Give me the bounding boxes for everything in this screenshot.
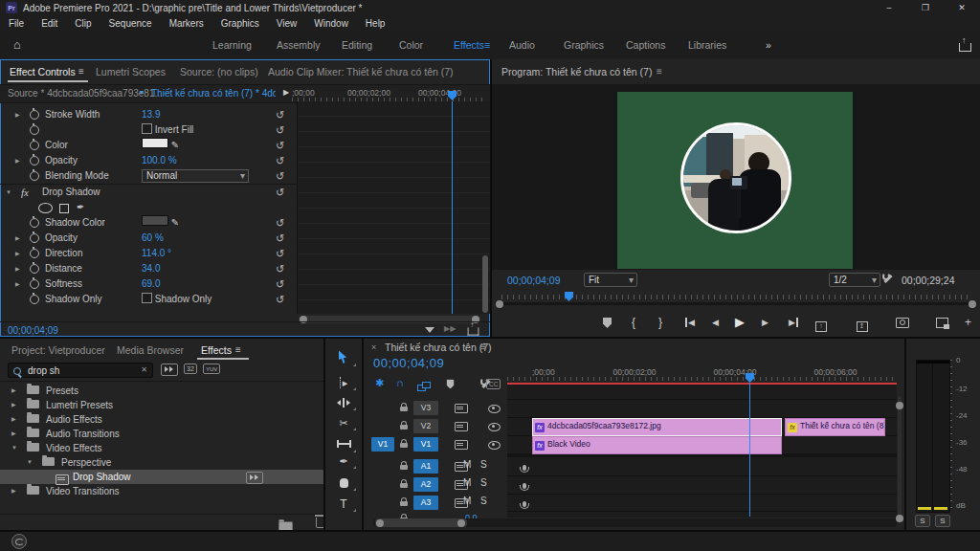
program-playhead[interactable] xyxy=(565,292,573,301)
lock-icon[interactable] xyxy=(400,407,408,411)
stopwatch-icon[interactable] xyxy=(30,171,39,181)
timeline-ruler[interactable]: ;00;00 00;00;02;00 00;00;04;00 00;00;06;… xyxy=(507,365,897,383)
program-scrubber[interactable] xyxy=(492,291,980,310)
color-swatch[interactable] xyxy=(142,138,168,148)
mark-in-icon[interactable]: { xyxy=(632,316,635,329)
close-sequence-icon[interactable]: × xyxy=(371,342,376,352)
stopwatch-icon[interactable] xyxy=(30,279,39,289)
program-panel-title[interactable]: Program: Thiết kế chưa có tên (7) xyxy=(501,66,652,77)
workspace-tab-graphics[interactable]: Graphics xyxy=(564,31,604,59)
sequence-tab-label[interactable]: Thiết kế chưa có tên (7) xyxy=(385,342,492,353)
reset-icon[interactable]: ↺ xyxy=(276,122,284,138)
track-badge-v1[interactable]: V1 xyxy=(413,437,438,452)
playback-resolution-dropdown[interactable]: 1/2 ▾ xyxy=(829,273,880,287)
go-to-in-icon[interactable]: ◀ xyxy=(685,318,695,327)
stopwatch-icon[interactable] xyxy=(30,218,39,228)
solo-left-button[interactable]: S xyxy=(915,515,930,527)
lock-icon[interactable] xyxy=(400,501,408,506)
home-icon[interactable]: ⌂ xyxy=(13,31,21,59)
menu-view[interactable]: View xyxy=(268,18,306,29)
scrubber-handle-left[interactable] xyxy=(496,300,503,308)
chevron-right-icon[interactable]: ▶ xyxy=(11,398,16,412)
track-badge-a3[interactable]: A3 xyxy=(413,496,438,510)
32bit-filter-icon[interactable]: 32 xyxy=(184,364,197,374)
voiceover-record-icon[interactable] xyxy=(523,483,526,489)
solo-right-button[interactable]: S xyxy=(935,515,950,527)
timeline-current-timecode[interactable]: 00;00;04;09 xyxy=(373,356,444,370)
property-value[interactable]: 60 % xyxy=(142,231,164,246)
minimize-button[interactable]: – xyxy=(871,0,907,15)
tree-item-lumetri-presets[interactable]: ▶ Lumetri Presets xyxy=(0,398,323,412)
stopwatch-icon[interactable] xyxy=(30,125,39,135)
voiceover-record-icon[interactable] xyxy=(523,501,526,507)
chevron-right-icon[interactable]: ▶ xyxy=(11,484,16,498)
linked-selection-icon[interactable] xyxy=(417,382,430,391)
stopwatch-icon[interactable] xyxy=(30,156,39,165)
chevron-down-icon[interactable]: ▼ xyxy=(11,441,17,455)
new-bin-icon[interactable] xyxy=(278,522,292,530)
workspace-tab-color[interactable]: Color xyxy=(399,31,423,59)
reset-icon[interactable]: ↺ xyxy=(276,276,284,292)
stopwatch-icon[interactable] xyxy=(30,295,39,304)
chevron-down-icon[interactable]: ▼ xyxy=(27,455,33,470)
toggle-track-output-icon[interactable] xyxy=(488,441,501,450)
settings-wrench-icon[interactable] xyxy=(882,273,894,284)
tree-item-video-transitions[interactable]: ▶ Video Transitions xyxy=(0,484,323,498)
workspace-tab-editing[interactable]: Editing xyxy=(342,31,372,59)
panel-menu-icon[interactable]: ≡ xyxy=(78,66,84,77)
tab-effects[interactable]: Effects xyxy=(201,344,232,356)
chevron-right-icon[interactable]: ▶ xyxy=(15,261,20,276)
workspace-tab-effects[interactable]: Effects xyxy=(454,31,484,59)
chevron-right-icon[interactable]: ▶ xyxy=(15,107,20,122)
eyedropper-icon[interactable]: ✎ xyxy=(171,217,179,228)
ec-vertical-scrollbar[interactable] xyxy=(482,255,488,313)
track-badge-v2[interactable]: V2 xyxy=(413,419,438,433)
selection-tool[interactable] xyxy=(325,350,362,365)
stopwatch-icon[interactable] xyxy=(30,110,39,120)
menu-graphics[interactable]: Graphics xyxy=(212,18,268,29)
lock-icon[interactable] xyxy=(400,465,408,470)
step-forward-icon[interactable]: ▶ xyxy=(762,318,768,327)
lock-icon[interactable] xyxy=(400,483,408,488)
solo-track-button[interactable]: S xyxy=(480,477,487,488)
captions-visibility-icon[interactable]: CC xyxy=(486,379,501,389)
workspace-tab-libraries[interactable]: Libraries xyxy=(688,31,726,59)
menu-markers[interactable]: Markers xyxy=(161,18,212,29)
chevron-right-icon[interactable]: ▶ xyxy=(15,231,20,246)
mute-track-button[interactable]: M xyxy=(463,477,471,488)
keyframe-lane[interactable] xyxy=(297,101,490,314)
toggle-track-output-icon[interactable] xyxy=(488,423,501,431)
chevron-right-icon[interactable]: ▶ xyxy=(11,427,16,441)
track-badge-a2[interactable]: A2 xyxy=(413,477,438,492)
tab-source-monitor[interactable]: Source: (no clips) xyxy=(180,66,258,77)
ec-current-timecode[interactable]: 00;00;04;09 xyxy=(8,325,58,336)
sequence-dropdown-icon[interactable]: ▾ xyxy=(140,88,144,97)
track-targeting-icon[interactable] xyxy=(455,422,468,431)
chevron-right-icon[interactable]: ▶ xyxy=(15,153,20,168)
blending-mode-dropdown[interactable]: Normal▾ xyxy=(142,169,249,183)
property-value[interactable]: 114.0 ° xyxy=(142,246,171,261)
add-marker-icon[interactable] xyxy=(446,380,454,389)
search-input[interactable]: drop sh ✕ xyxy=(8,363,153,378)
scrubber-track[interactable] xyxy=(501,302,970,305)
shadow-only-checkbox[interactable] xyxy=(142,293,152,303)
step-back-icon[interactable]: ◀ xyxy=(712,318,719,327)
tree-item-audio-transitions[interactable]: ▶ Audio Transitions xyxy=(0,427,323,441)
chevron-right-icon[interactable]: ▶ xyxy=(15,246,20,261)
reset-icon[interactable]: ↺ xyxy=(276,215,284,231)
menu-sequence[interactable]: Sequence xyxy=(100,18,161,29)
close-button[interactable]: ✕ xyxy=(944,0,980,15)
snap-magnet-icon[interactable]: ∩ xyxy=(396,377,404,388)
mute-track-button[interactable]: M xyxy=(463,459,471,470)
track-targeting-icon[interactable] xyxy=(455,440,468,450)
effect-name[interactable]: Drop Shadow xyxy=(42,185,100,200)
mute-track-button[interactable]: M xyxy=(463,496,471,506)
solo-track-button[interactable]: S xyxy=(480,459,487,470)
accelerated-effects-filter-icon[interactable] xyxy=(161,364,178,376)
lock-icon[interactable] xyxy=(400,425,408,430)
clip-image-v2[interactable]: fx4dcbcada05f9caa793e8172.jpg xyxy=(532,418,782,436)
workspace-overflow-icon[interactable]: » xyxy=(766,31,771,59)
chevron-right-icon[interactable]: ▶ xyxy=(15,276,20,292)
scrubber-handle-right[interactable] xyxy=(969,300,976,308)
tab-project[interactable]: Project: Vietproducer xyxy=(11,344,105,356)
